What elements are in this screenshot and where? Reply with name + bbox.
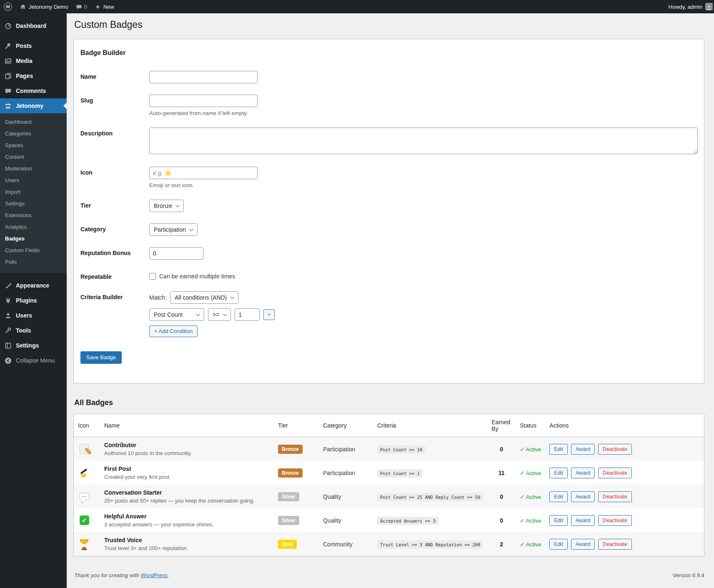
tier-badge: Silver — [278, 492, 299, 501]
submenu-item-analytics[interactable]: Analytics — [0, 221, 67, 233]
sidebar-item-media[interactable]: Media — [0, 53, 67, 68]
submenu-item-polls[interactable]: Polls — [0, 256, 67, 268]
badge-category: Community — [319, 532, 373, 556]
sidebar-item-posts[interactable]: Posts — [0, 38, 67, 53]
edit-button[interactable]: Edit — [549, 444, 568, 455]
table-row: Helpful Answer 3 accepted answers — your… — [74, 508, 704, 532]
name-input[interactable] — [149, 71, 258, 83]
col-header-category: Category — [319, 414, 373, 437]
site-name-label: Jetonomy Demo — [29, 4, 68, 10]
reputation-bonus-label: Reputation Bonus — [80, 247, 149, 256]
account-menu[interactable]: Howdy, admin — [664, 0, 714, 13]
edit-button[interactable]: Edit — [549, 539, 568, 550]
slug-input[interactable] — [149, 95, 258, 107]
sidebar-item-jetonomy[interactable]: Jetonomy — [0, 98, 67, 113]
submenu-item-custom-fields[interactable]: Custom Fields — [0, 245, 67, 256]
match-select[interactable]: All conditions (AND) — [170, 291, 238, 304]
badge-category: Participation — [319, 461, 373, 485]
sidebar-item-tools[interactable]: Tools — [0, 323, 67, 338]
sidebar-item-label: Comments — [16, 87, 46, 95]
chevron-down-icon — [223, 312, 227, 316]
comments-admin-bar-link[interactable]: 0 — [72, 0, 91, 13]
name-label: Name — [80, 71, 149, 80]
sidebar-item-comments[interactable]: Comments — [0, 83, 67, 98]
trophy-icon — [78, 538, 90, 550]
badge-name: First Post — [104, 465, 270, 472]
icon-input[interactable] — [149, 167, 258, 179]
submenu-item-badges[interactable]: Badges — [0, 233, 67, 245]
badge-description: Trust level 3+ and 200+ reputation. — [104, 545, 270, 551]
table-row: Conversation Starter 25+ posts and 50+ r… — [74, 485, 704, 508]
badge-name: Conversation Starter — [104, 489, 270, 496]
deactivate-button[interactable]: Deactivate — [598, 539, 632, 550]
earned-by-count: 11 — [487, 461, 516, 485]
category-label: Category — [80, 223, 149, 233]
deactivate-button[interactable]: Deactivate — [598, 468, 632, 478]
table-row: Contributor Authored 10 posts in the com… — [74, 437, 704, 461]
new-content-menu[interactable]: New — [91, 0, 118, 13]
sidebar-item-pages[interactable]: Pages — [0, 68, 67, 83]
submenu-item-settings[interactable]: Settings — [0, 198, 67, 210]
sidebar-item-appearance[interactable]: Appearance — [0, 278, 67, 293]
condition-operator-select[interactable]: >= — [208, 308, 231, 321]
award-button[interactable]: Award — [571, 515, 595, 526]
plug-icon — [4, 296, 12, 305]
site-name-link[interactable]: Jetonomy Demo — [16, 0, 72, 13]
description-textarea[interactable] — [149, 128, 698, 154]
reputation-bonus-input[interactable] — [149, 247, 203, 260]
col-header-criteria: Criteria — [373, 414, 487, 437]
remove-condition-button[interactable]: × — [263, 309, 275, 320]
submenu-item-import[interactable]: Import — [0, 186, 67, 198]
submenu-item-extensions[interactable]: Extensions — [0, 210, 67, 221]
submenu-item-spaces[interactable]: Spaces — [0, 140, 67, 151]
status-badge: ✓ Active — [520, 541, 541, 548]
plus-icon — [95, 4, 101, 10]
badge-description: Authored 10 posts in the community. — [104, 450, 270, 456]
award-button[interactable]: Award — [571, 468, 595, 478]
table-header-row: Icon Name Tier Category Criteria Earned … — [74, 414, 704, 437]
wordpress-link[interactable]: WordPress — [141, 572, 168, 578]
sidebar-item-plugins[interactable]: Plugins — [0, 293, 67, 308]
submenu-item-categories[interactable]: Categories — [0, 128, 67, 140]
submenu-item-users[interactable]: Users — [0, 175, 67, 186]
sidebar-item-dashboard[interactable]: Dashboard — [0, 18, 67, 33]
jetonomy-people-icon — [4, 102, 12, 110]
tier-label: Tier — [80, 200, 149, 209]
category-select[interactable]: Participation — [149, 223, 198, 236]
collapse-menu-button[interactable]: Collapse Menu — [0, 353, 67, 368]
award-button[interactable]: Award — [571, 491, 595, 502]
submenu-item-dashboard[interactable]: Dashboard — [0, 116, 67, 128]
slug-label: Slug — [80, 95, 149, 104]
badge-builder-heading: Badge Builder — [80, 49, 697, 57]
repeatable-checkbox[interactable] — [149, 273, 156, 280]
sidebar-item-label: Media — [16, 57, 33, 65]
condition-field-select[interactable]: Post Count — [149, 308, 204, 321]
icon-label: Icon — [80, 167, 149, 176]
deactivate-button[interactable]: Deactivate — [598, 515, 632, 526]
tier-select[interactable]: Bronze — [149, 200, 184, 212]
condition-value-input[interactable] — [235, 308, 260, 321]
save-badge-button[interactable]: Save Badge — [80, 351, 122, 364]
admin-sidebar: Dashboard Posts Media Pages Comments Jet… — [0, 13, 67, 588]
add-condition-button[interactable]: + Add Condition — [149, 325, 198, 337]
sidebar-item-label: Tools — [16, 327, 31, 334]
pin-icon — [4, 42, 12, 50]
tier-badge: Silver — [278, 516, 299, 525]
submenu-item-moderation[interactable]: Moderation — [0, 163, 67, 175]
wordpress-menu[interactable] — [0, 0, 16, 13]
sidebar-item-users[interactable]: Users — [0, 308, 67, 323]
tier-badge: Bronze — [278, 445, 303, 454]
col-header-status: Status — [516, 414, 545, 437]
edit-button[interactable]: Edit — [549, 515, 568, 526]
edit-button[interactable]: Edit — [549, 468, 568, 478]
check-mark-icon — [78, 514, 90, 527]
sidebar-item-label: Dashboard — [16, 22, 46, 30]
award-button[interactable]: Award — [571, 539, 595, 550]
deactivate-button[interactable]: Deactivate — [598, 444, 632, 455]
deactivate-button[interactable]: Deactivate — [598, 491, 632, 502]
award-button[interactable]: Award — [571, 444, 595, 455]
edit-button[interactable]: Edit — [549, 491, 568, 502]
sidebar-item-settings[interactable]: Settings — [0, 338, 67, 353]
submenu-item-content[interactable]: Content — [0, 151, 67, 163]
col-header-tier: Tier — [274, 414, 319, 437]
